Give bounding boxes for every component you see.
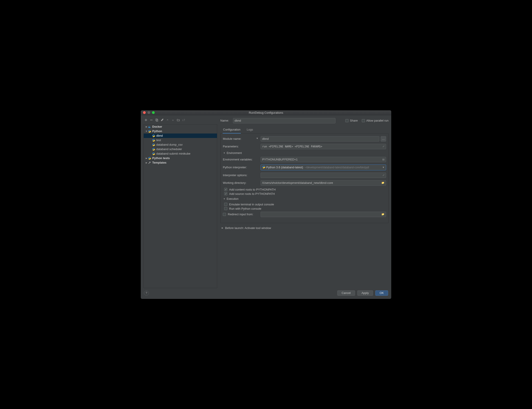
sort-icon[interactable] bbox=[182, 118, 185, 122]
tree-leaf-dump-csv[interactable]: databand dump_csv bbox=[144, 142, 217, 147]
tree-leaf-submit-minikube[interactable]: databand submit minikube bbox=[144, 151, 217, 156]
tree-node-label: Python tests bbox=[152, 156, 170, 160]
python-icon bbox=[152, 139, 155, 142]
share-label: Share bbox=[350, 119, 358, 122]
tree-node-python-tests[interactable]: Python tests bbox=[144, 156, 217, 160]
python-icon bbox=[152, 148, 155, 151]
python-icon bbox=[152, 152, 155, 155]
run-python-console-checkbox[interactable]: Run with Python console bbox=[224, 207, 386, 210]
environment-section[interactable]: ▼Environment bbox=[223, 151, 386, 155]
parallel-label: Allow parallel run bbox=[366, 119, 389, 122]
expand-icon[interactable]: ⤢ bbox=[382, 145, 384, 148]
expand-arrow-icon[interactable] bbox=[145, 162, 148, 164]
chevron-down-icon[interactable]: ▼ bbox=[256, 137, 258, 139]
list-icon[interactable]: ▤ bbox=[382, 158, 384, 161]
expand-arrow-icon[interactable] bbox=[145, 157, 148, 159]
svg-rect-3 bbox=[148, 127, 149, 127]
ok-button[interactable]: OK bbox=[375, 290, 388, 296]
name-label: Name: bbox=[220, 119, 231, 122]
folder-icon[interactable]: 📁 bbox=[381, 181, 384, 184]
params-label: Parameters: bbox=[223, 145, 261, 148]
interpreter-select[interactable]: Python 3.6 (databand-latest) ~/developme… bbox=[261, 165, 386, 170]
envvars-input[interactable]: PYTHONUNBUFFERED=1 ▤ bbox=[261, 157, 386, 162]
tree-node-label: Python bbox=[152, 130, 162, 133]
tree-node-label: databand submit minikube bbox=[156, 152, 190, 155]
sidebar: Docker Python dbnd test bbox=[143, 118, 217, 288]
before-launch-section[interactable]: ▶Before launch: Activate tool window bbox=[222, 226, 389, 230]
wrench-icon bbox=[148, 161, 151, 164]
svg-rect-1 bbox=[156, 119, 157, 121]
name-input[interactable] bbox=[233, 118, 335, 123]
folder-icon[interactable] bbox=[177, 118, 180, 122]
module-label: Module name: ▼ bbox=[223, 137, 261, 140]
tabs: Configuration Logs bbox=[220, 127, 389, 133]
window-title: Run/Debug Configurations bbox=[141, 111, 391, 114]
interpreter-name: Python 3.6 (databand-latest) bbox=[266, 166, 303, 169]
config-panel: Module name: ▼ dbnd … Parameters: run <P… bbox=[220, 133, 389, 223]
browse-module-button[interactable]: … bbox=[381, 136, 386, 142]
add-source-roots-checkbox[interactable]: ✓ Add source roots to PYTHONPATH bbox=[224, 192, 386, 195]
emulate-terminal-checkbox[interactable]: Emulate terminal in output console bbox=[224, 203, 386, 206]
python-icon bbox=[148, 157, 151, 160]
module-input[interactable]: dbnd bbox=[261, 136, 379, 142]
help-button[interactable]: ? bbox=[144, 291, 149, 296]
redirect-input-checkbox[interactable]: Redirect input from: bbox=[223, 213, 261, 216]
tree-node-label: databand dump_csv bbox=[156, 143, 183, 146]
move-up-icon[interactable] bbox=[166, 118, 169, 122]
copy-config-icon[interactable] bbox=[155, 118, 158, 122]
svg-rect-4 bbox=[149, 127, 149, 127]
expand-icon[interactable]: ⤢ bbox=[382, 174, 384, 177]
tree-node-label: databand scheduler bbox=[156, 148, 182, 151]
svg-rect-0 bbox=[150, 120, 153, 120]
python-icon bbox=[152, 143, 155, 146]
tree-node-label: dbnd bbox=[156, 134, 163, 137]
workdir-input[interactable]: /Users/shvictor/development/databand_new… bbox=[261, 180, 386, 186]
tree-node-label: Docker bbox=[152, 125, 162, 128]
python-icon bbox=[148, 130, 151, 133]
interp-opts-label: Interpreter options: bbox=[223, 174, 261, 177]
share-checkbox[interactable]: Share bbox=[345, 119, 358, 122]
edit-config-icon[interactable] bbox=[161, 118, 164, 122]
run-debug-config-window: Run/Debug Configurations Docker bbox=[141, 110, 391, 299]
tree-leaf-scheduler[interactable]: databand scheduler bbox=[144, 147, 217, 151]
add-content-roots-checkbox[interactable]: ✓ Add content roots to PYTHONPATH bbox=[224, 188, 386, 191]
sidebar-toolbar bbox=[143, 118, 217, 123]
tree-node-python[interactable]: Python bbox=[144, 129, 217, 133]
titlebar: Run/Debug Configurations bbox=[141, 110, 391, 115]
interpreter-path: ~/development/databand-latest/databand-c… bbox=[304, 166, 369, 169]
python-icon bbox=[262, 165, 265, 169]
tree-leaf-test[interactable]: test bbox=[144, 138, 217, 142]
tree-node-label: test bbox=[156, 139, 161, 142]
chevron-down-icon: ▼ bbox=[382, 166, 384, 168]
folder-icon[interactable]: 📁 bbox=[381, 213, 384, 216]
expand-arrow-icon[interactable] bbox=[145, 126, 148, 128]
tree-node-label: Templates bbox=[152, 161, 166, 164]
execution-section[interactable]: ▼Execution bbox=[223, 197, 386, 200]
envvars-label: Environment variables: bbox=[223, 158, 261, 161]
cancel-button[interactable]: Cancel bbox=[337, 290, 355, 296]
move-down-icon[interactable] bbox=[171, 118, 174, 122]
tree-node-templates[interactable]: Templates bbox=[144, 160, 217, 165]
svg-rect-6 bbox=[150, 127, 150, 127]
params-input[interactable]: run <PIPELINE NAME> <PIPELINE PARAMS> ⤢ bbox=[261, 144, 386, 149]
svg-rect-5 bbox=[149, 126, 149, 126]
main-panel: Name: Share Allow parallel run Configura… bbox=[217, 118, 389, 288]
add-config-icon[interactable] bbox=[144, 118, 148, 122]
apply-button[interactable]: Apply bbox=[357, 290, 373, 296]
config-tree[interactable]: Docker Python dbnd test bbox=[143, 124, 217, 288]
redirect-input-path[interactable]: 📁 bbox=[261, 212, 386, 217]
docker-icon bbox=[148, 125, 151, 128]
remove-config-icon[interactable] bbox=[150, 118, 153, 122]
tree-leaf-dbnd[interactable]: dbnd bbox=[144, 133, 217, 138]
button-bar: ? Cancel Apply OK bbox=[141, 288, 391, 299]
tab-logs[interactable]: Logs bbox=[246, 127, 253, 133]
interpreter-label: Python interpreter: bbox=[223, 166, 261, 169]
python-icon bbox=[152, 134, 155, 137]
workdir-label: Working directory: bbox=[223, 181, 261, 185]
interp-opts-input[interactable]: ⤢ bbox=[261, 173, 386, 178]
collapse-arrow-icon[interactable] bbox=[145, 130, 148, 132]
svg-rect-2 bbox=[156, 119, 158, 121]
parallel-checkbox[interactable]: Allow parallel run bbox=[362, 119, 389, 122]
tree-node-docker[interactable]: Docker bbox=[144, 124, 217, 129]
tab-configuration[interactable]: Configuration bbox=[223, 127, 241, 133]
